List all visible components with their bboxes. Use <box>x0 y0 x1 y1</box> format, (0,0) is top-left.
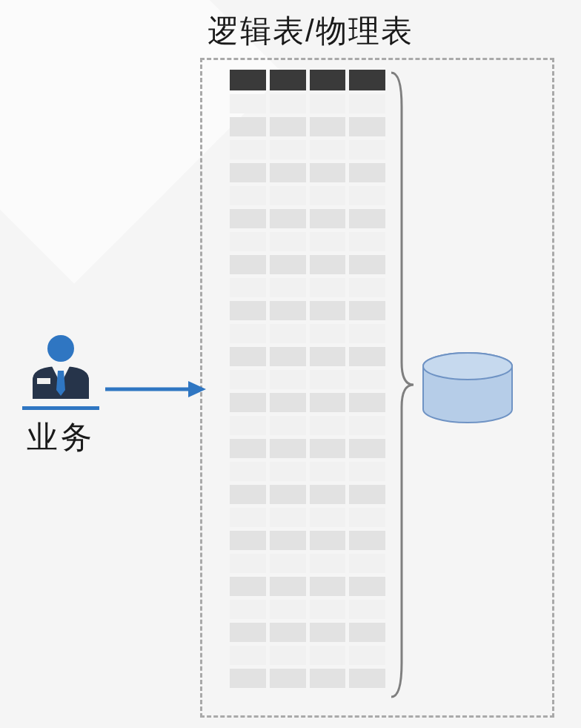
table-cell <box>270 623 306 642</box>
table-row <box>230 140 385 159</box>
table-row <box>230 393 385 412</box>
table-row <box>230 508 385 527</box>
table-cell <box>230 416 266 435</box>
table-cell <box>349 577 385 596</box>
table-row <box>230 232 385 251</box>
table-cell <box>270 255 306 274</box>
table-row <box>230 324 385 343</box>
table-row <box>230 117 385 136</box>
table-cell <box>270 324 306 343</box>
table-row <box>230 186 385 205</box>
table-cell <box>270 347 306 366</box>
table-cell <box>270 531 306 550</box>
table-header-row <box>230 70 385 90</box>
table-cell <box>349 186 385 205</box>
user-icon <box>16 332 105 414</box>
table-cell <box>230 462 266 481</box>
table-cell <box>230 439 266 458</box>
table-cell <box>349 462 385 481</box>
table-cell <box>310 508 346 527</box>
table-cell <box>230 232 266 251</box>
table-cell <box>270 278 306 297</box>
table-cell <box>230 393 266 412</box>
table-cell <box>349 600 385 619</box>
table-cell <box>310 416 346 435</box>
table-cell <box>310 393 346 412</box>
database-icon <box>419 351 516 428</box>
table-row <box>230 669 385 688</box>
table-cell <box>230 255 266 274</box>
table-cell <box>310 140 346 159</box>
table-cell <box>310 462 346 481</box>
business-user: 业务 <box>16 332 105 458</box>
svg-marker-6 <box>188 381 206 397</box>
brace-icon <box>388 70 416 703</box>
table-cell <box>349 370 385 389</box>
table-cell <box>310 209 346 228</box>
table-cell <box>310 600 346 619</box>
table-cell <box>230 301 266 320</box>
table-cell <box>230 623 266 642</box>
table-cell <box>270 94 306 113</box>
table-cell <box>310 669 346 688</box>
table-cell <box>310 347 346 366</box>
table-cell <box>230 324 266 343</box>
table-cell <box>270 485 306 504</box>
table-row <box>230 646 385 665</box>
table-cell <box>270 508 306 527</box>
table-cell <box>310 439 346 458</box>
table-row <box>230 209 385 228</box>
table-row <box>230 347 385 366</box>
table-row <box>230 531 385 550</box>
arrow-icon <box>104 378 208 403</box>
table-cell <box>349 508 385 527</box>
table-cell <box>230 600 266 619</box>
table-cell <box>270 554 306 573</box>
table-cell <box>349 485 385 504</box>
svg-point-1 <box>423 353 512 380</box>
table-cell <box>230 531 266 550</box>
table-cell <box>349 646 385 665</box>
table-cell <box>349 531 385 550</box>
table-cell <box>349 623 385 642</box>
table-cell <box>270 439 306 458</box>
table-row <box>230 163 385 182</box>
table-cell <box>270 416 306 435</box>
table-cell <box>349 324 385 343</box>
table-cell <box>270 117 306 136</box>
table-row <box>230 600 385 619</box>
svg-rect-4 <box>22 406 99 410</box>
table-cell <box>310 94 346 113</box>
table-cell <box>230 347 266 366</box>
table-cell <box>349 393 385 412</box>
table-cell <box>349 117 385 136</box>
table-cell <box>230 370 266 389</box>
table-cell <box>230 577 266 596</box>
table-cell <box>270 577 306 596</box>
table-header-cell <box>230 70 266 90</box>
table-row <box>230 416 385 435</box>
table-cell <box>310 186 346 205</box>
table-cell <box>310 370 346 389</box>
table-cell <box>349 255 385 274</box>
diagram-title: 逻辑表/物理表 <box>208 10 414 52</box>
table-header-cell <box>349 70 385 90</box>
table-header-cell <box>270 70 306 90</box>
table-cell <box>310 531 346 550</box>
table-cell <box>270 232 306 251</box>
table-cell <box>349 347 385 366</box>
table-cell <box>270 370 306 389</box>
table-row <box>230 462 385 481</box>
table-cell <box>230 94 266 113</box>
table-cell <box>230 163 266 182</box>
table-cell <box>270 646 306 665</box>
table-row <box>230 439 385 458</box>
table-cell <box>349 278 385 297</box>
table-cell <box>230 669 266 688</box>
table-cell <box>270 140 306 159</box>
table-cell <box>230 508 266 527</box>
table-cell <box>349 163 385 182</box>
table-cell <box>310 577 346 596</box>
table-cell <box>349 669 385 688</box>
table-row <box>230 301 385 320</box>
